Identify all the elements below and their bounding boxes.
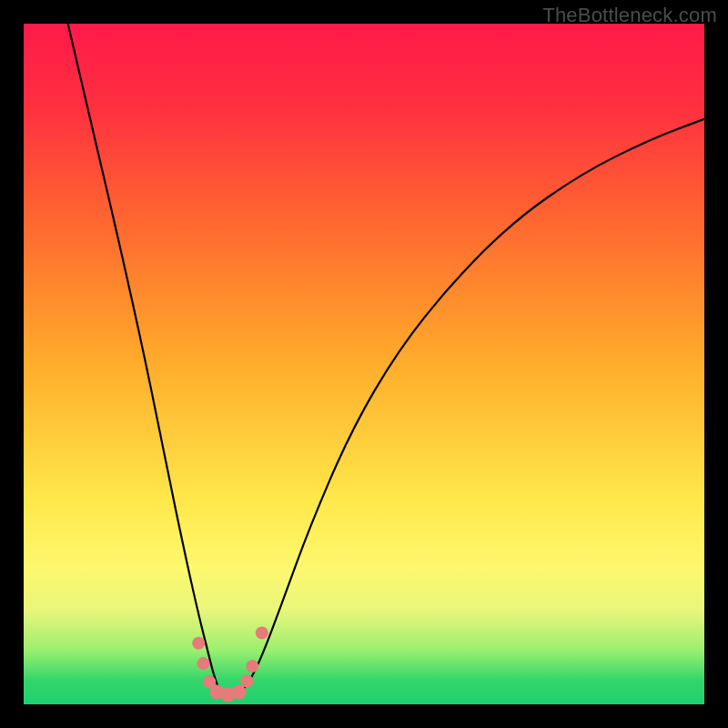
marker-dot [256,626,268,639]
gradient-background [24,24,704,704]
chart-svg [24,24,704,704]
watermark-text: TheBottleneck.com [542,4,717,27]
marker-dot [240,675,253,688]
marker-dot [246,660,258,672]
chart-frame: TheBottleneck.com [0,0,728,728]
marker-dot [231,685,246,700]
marker-dot [192,637,205,650]
marker-dot [197,657,209,670]
plot-area [24,24,704,704]
